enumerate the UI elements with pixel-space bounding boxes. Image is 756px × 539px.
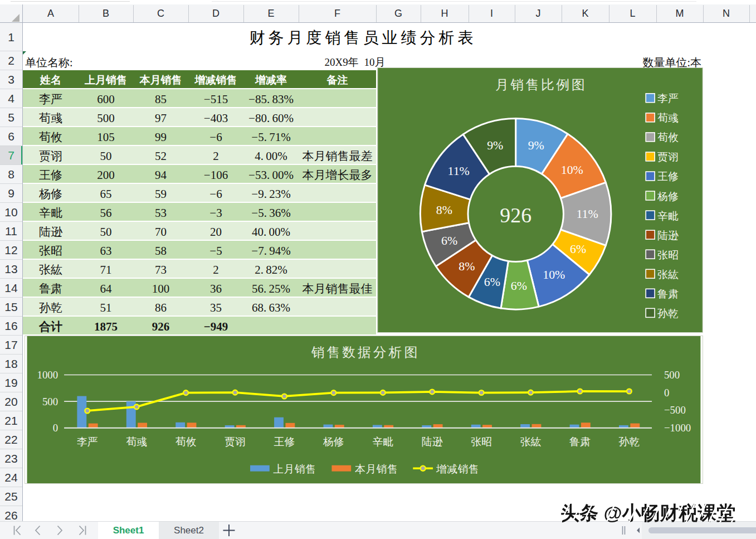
row-header-1[interactable]: 1: [0, 23, 22, 51]
legend-swatch[interactable]: [646, 289, 655, 298]
column-header-N[interactable]: N: [703, 4, 749, 22]
table-cell[interactable]: 杨修: [23, 184, 79, 203]
table-cell[interactable]: 鲁肃: [23, 279, 79, 298]
table-cell[interactable]: −3: [188, 203, 243, 222]
legend-label[interactable]: 上月销售: [273, 463, 316, 475]
table-cell[interactable]: [299, 241, 376, 260]
legend-label[interactable]: 辛毗: [657, 210, 679, 222]
table-cell[interactable]: [299, 203, 376, 222]
row-header-9[interactable]: 9: [0, 184, 22, 203]
bar-this-month[interactable]: [532, 424, 542, 428]
table-cell[interactable]: [299, 184, 376, 203]
column-header-G[interactable]: G: [376, 4, 421, 22]
table-cell[interactable]: 20: [188, 222, 243, 241]
table-cell[interactable]: [299, 127, 376, 146]
bar-this-month[interactable]: [581, 423, 591, 428]
legend-label[interactable]: 增减销售: [436, 463, 479, 475]
row-header-21[interactable]: 21: [0, 411, 22, 430]
legend-label[interactable]: 贾诩: [657, 151, 679, 163]
table-cell[interactable]: 辛毗: [23, 203, 79, 222]
row-header-23[interactable]: 23: [0, 449, 22, 468]
legend-label[interactable]: 本月销售: [355, 463, 398, 475]
legend-label[interactable]: 张紘: [657, 269, 679, 280]
row-header-13[interactable]: 13: [0, 260, 22, 279]
table-cell[interactable]: [299, 222, 376, 241]
add-sheet-button[interactable]: +: [222, 522, 236, 539]
row-header-18[interactable]: 18: [0, 355, 22, 373]
row-header-15[interactable]: 15: [0, 298, 22, 317]
table-cell[interactable]: 40. 00%: [243, 222, 299, 241]
legend-swatch[interactable]: [646, 211, 655, 220]
legend-label[interactable]: 鲁肃: [657, 288, 679, 300]
table-header-cell[interactable]: 本月销售: [133, 70, 188, 89]
table-cell[interactable]: 500: [79, 108, 133, 127]
column-header-E[interactable]: E: [243, 4, 299, 22]
row-header-22[interactable]: 22: [0, 430, 22, 449]
table-cell[interactable]: 63: [79, 241, 133, 260]
legend-swatch[interactable]: [646, 250, 655, 259]
table-cell[interactable]: −7. 94%: [243, 241, 299, 260]
column-header-K[interactable]: K: [562, 4, 609, 22]
column-header-I[interactable]: I: [469, 4, 515, 22]
row-header-20[interactable]: 20: [0, 392, 22, 411]
table-cell[interactable]: 荀攸: [23, 127, 79, 146]
legend-label[interactable]: 李严: [657, 93, 679, 104]
table-cell[interactable]: −515: [188, 89, 243, 108]
table-cell[interactable]: 50: [79, 146, 133, 165]
bar-this-month[interactable]: [138, 423, 147, 428]
legend-label[interactable]: 王修: [657, 171, 679, 182]
select-all-corner[interactable]: [0, 4, 22, 22]
row-header-10[interactable]: 10: [0, 203, 22, 222]
table-cell[interactable]: −5: [188, 241, 243, 260]
table-cell[interactable]: 1875: [79, 317, 133, 336]
table-cell[interactable]: 600: [79, 89, 133, 108]
table-cell[interactable]: 李严: [23, 89, 79, 108]
legend-label[interactable]: 荀攸: [657, 132, 679, 143]
row-header-25[interactable]: 25: [0, 487, 22, 506]
table-cell[interactable]: 105: [79, 127, 133, 146]
scrollbar-thumb[interactable]: [648, 527, 756, 533]
column-header-A[interactable]: A: [23, 4, 79, 22]
legend-swatch[interactable]: [646, 94, 655, 103]
table-cell[interactable]: 本月增长最多: [299, 165, 376, 184]
table-cell[interactable]: 70: [133, 222, 188, 241]
row-header-24[interactable]: 24: [0, 468, 22, 487]
table-cell[interactable]: 荀彧: [23, 108, 79, 127]
table-cell[interactable]: 64: [79, 279, 133, 298]
table-cell[interactable]: 85: [133, 89, 188, 108]
table-header-cell[interactable]: 备注: [299, 70, 376, 89]
legend-label[interactable]: 张昭: [657, 249, 679, 261]
table-cell[interactable]: 53: [133, 203, 188, 222]
table-cell[interactable]: −949: [188, 317, 243, 336]
table-cell[interactable]: 58: [133, 241, 188, 260]
table-cell[interactable]: 51: [79, 298, 133, 317]
table-cell[interactable]: 张紘: [23, 260, 79, 279]
row-header-12[interactable]: 12: [0, 241, 22, 260]
table-cell[interactable]: 35: [188, 298, 243, 317]
row-header-17[interactable]: 17: [0, 336, 22, 355]
row-header-2[interactable]: 2: [0, 51, 22, 70]
column-header-D[interactable]: D: [188, 4, 243, 22]
column-header-J[interactable]: J: [515, 4, 562, 22]
bar-this-month[interactable]: [89, 424, 98, 428]
table-cell[interactable]: −85. 83%: [243, 89, 299, 108]
legend-swatch[interactable]: [646, 113, 655, 122]
column-header-C[interactable]: C: [133, 4, 188, 22]
row-header-19[interactable]: 19: [0, 373, 22, 392]
row-header-3[interactable]: 3: [0, 70, 22, 89]
table-cell[interactable]: 200: [79, 165, 133, 184]
row-header-6[interactable]: 6: [0, 127, 22, 146]
bar-prev-month[interactable]: [570, 425, 579, 428]
table-cell[interactable]: 99: [133, 127, 188, 146]
table-cell[interactable]: −403: [188, 108, 243, 127]
tab-sheet2[interactable]: Sheet2: [159, 522, 219, 539]
table-header-cell[interactable]: 增减销售: [188, 70, 243, 89]
legend-swatch[interactable]: [646, 269, 655, 278]
table-cell[interactable]: −6: [188, 127, 243, 146]
combo-chart[interactable]: 销售数据分析图05001000−1000−5000500李严荀彧荀攸贾诩王修杨修…: [25, 336, 703, 484]
bar-this-month[interactable]: [285, 423, 295, 428]
table-cell[interactable]: −106: [188, 165, 243, 184]
table-cell[interactable]: 2: [188, 260, 243, 279]
table-cell[interactable]: 86: [133, 298, 188, 317]
table-cell[interactable]: [243, 317, 299, 336]
